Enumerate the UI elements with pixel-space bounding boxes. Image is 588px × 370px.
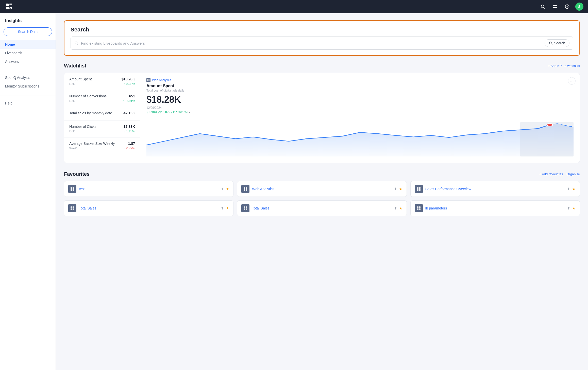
- svg-rect-28: [246, 187, 247, 189]
- watchlist-item-value-4: 1.87: [128, 142, 135, 146]
- watchlist-container: Amount Spent $18.28K DoD ↑ 8.38% Number …: [64, 73, 580, 163]
- sidebar-item-monitor[interactable]: Monitor Subscriptions: [0, 82, 56, 91]
- sidebar-item-spotiq[interactable]: SpotIQ Analysis: [0, 73, 56, 82]
- svg-rect-7: [553, 5, 555, 6]
- watchlist-item-change-4: ↓ 0.77%: [124, 147, 135, 150]
- fav-card-3[interactable]: Total Sales ⬆ ★: [64, 200, 233, 216]
- fav-card-name-0: test: [79, 187, 218, 191]
- logo: [5, 2, 14, 11]
- svg-rect-0: [6, 4, 9, 6]
- svg-point-22: [547, 124, 553, 126]
- fav-card-name-3: Total Sales: [79, 206, 218, 210]
- watchlist-item-3[interactable]: Number of Clicks 17.33K DoD ↑ 5.23%: [64, 120, 140, 137]
- watchlist-item-period-3: DoD: [69, 130, 75, 133]
- chart-svg-container: [146, 117, 574, 158]
- watchlist-header: Watchlist + Add KPI to watchlist: [64, 63, 580, 69]
- watchlist-item-change-3: ↑ 5.23%: [124, 130, 135, 133]
- chart-nav-arrow[interactable]: ›: [189, 111, 190, 114]
- fav-star-icon-0[interactable]: ★: [226, 187, 229, 191]
- topnav-grid-button[interactable]: [551, 3, 559, 11]
- fav-card-actions-0: ⬆ ★: [221, 187, 229, 191]
- svg-rect-18: [149, 79, 150, 80]
- chart-source: Web Analytics: [146, 78, 574, 82]
- main-content: Search Search Watchlist: [56, 13, 588, 370]
- sidebar-search-data-button[interactable]: Search Data: [4, 27, 52, 36]
- fav-share-icon-2[interactable]: ⬆: [567, 187, 570, 191]
- svg-rect-38: [73, 208, 74, 210]
- chart-metric-value: $18.28K: [146, 94, 574, 105]
- svg-line-16: [551, 44, 552, 45]
- favourites-title: Favourites: [64, 171, 90, 177]
- favourites-actions: + Add favourites Organise: [539, 172, 580, 176]
- fav-star-icon-5[interactable]: ★: [572, 206, 576, 210]
- sidebar-item-liveboards[interactable]: Liveboards: [0, 49, 56, 57]
- fav-share-icon-5[interactable]: ⬆: [567, 206, 570, 210]
- fav-card-actions-5: ⬆ ★: [567, 206, 576, 210]
- fav-card-4[interactable]: Total Sales ⬆ ★: [237, 200, 407, 216]
- add-favourites-link[interactable]: + Add favourites: [539, 172, 563, 176]
- fav-card-2[interactable]: Sales Performance Overview ⬆ ★: [410, 181, 580, 197]
- watchlist-title: Watchlist: [64, 63, 86, 69]
- organise-link[interactable]: Organise: [566, 172, 580, 176]
- fav-card-name-2: Sales Performance Overview: [425, 187, 565, 191]
- watchlist-item-value-2: 542.15K: [122, 111, 135, 115]
- fav-card-icon-1: [241, 185, 249, 193]
- topnav-search-button[interactable]: [539, 3, 547, 11]
- sidebar-nav-help: Help: [0, 98, 56, 111]
- add-kpi-link[interactable]: + Add KPI to watchlist: [548, 64, 580, 68]
- favourites-section: Favourites + Add favourites Organise: [64, 171, 580, 216]
- sidebar-nav-secondary: SpotIQ Analysis Monitor Subscriptions: [0, 73, 56, 94]
- watchlist-item-name-2: Total sales by monthly date...: [69, 111, 115, 115]
- search-input[interactable]: [81, 41, 542, 45]
- app-body: Insights Search Data Home Liveboards Ans…: [0, 13, 588, 370]
- fav-star-icon-3[interactable]: ★: [226, 206, 229, 210]
- svg-rect-39: [244, 206, 245, 208]
- svg-rect-25: [71, 189, 72, 191]
- sidebar-nav: Home Liveboards Answers: [0, 40, 56, 69]
- watchlist-item-change-1: ↑ 21.91%: [122, 99, 135, 103]
- svg-rect-41: [244, 208, 245, 210]
- fav-card-1[interactable]: Web Analytics ⬆ ★: [237, 181, 407, 197]
- chart-menu-button[interactable]: ⋯: [568, 77, 576, 85]
- svg-rect-34: [419, 189, 421, 191]
- line-chart-svg: [146, 117, 574, 158]
- fav-share-icon-3[interactable]: ⬆: [221, 206, 224, 210]
- svg-rect-30: [246, 189, 247, 191]
- fav-card-icon-5: [415, 204, 423, 212]
- chart-metric-change-text: ↑ 8.38% ($16.87K) 11/09/2024: [146, 111, 188, 114]
- watchlist-item-2[interactable]: Total sales by monthly date... 542.15K: [64, 107, 140, 120]
- fav-card-actions-1: ⬆ ★: [394, 187, 402, 191]
- sidebar-item-help[interactable]: Help: [0, 99, 56, 108]
- watchlist-item-1[interactable]: Number of Conversions 651 DoD ↑ 21.91%: [64, 90, 140, 107]
- fav-share-icon-1[interactable]: ⬆: [394, 187, 397, 191]
- chart-source-icon: [146, 78, 150, 82]
- fav-card-name-1: Web Analytics: [252, 187, 391, 191]
- svg-rect-21: [520, 122, 574, 156]
- fav-card-0[interactable]: test ⬆ ★: [64, 181, 233, 197]
- search-input-row: Search: [71, 37, 573, 50]
- fav-card-5[interactable]: lb parameters ⬆ ★: [410, 200, 580, 216]
- chart-source-label: Web Analytics: [152, 78, 171, 82]
- fav-star-icon-2[interactable]: ★: [572, 187, 576, 191]
- search-section: Search Search: [64, 20, 580, 56]
- watchlist-item-4[interactable]: Average Basket Size Weekly 1.87 WoW ↓ 0.…: [64, 137, 140, 154]
- fav-star-icon-1[interactable]: ★: [399, 187, 402, 191]
- watchlist-item-name-0: Amount Spent: [69, 77, 92, 81]
- topnav-help-button[interactable]: ?: [563, 3, 571, 11]
- watchlist-item-change-0: ↑ 8.38%: [124, 82, 135, 86]
- svg-point-4: [10, 8, 11, 9]
- topnav-avatar-button[interactable]: S: [575, 3, 583, 11]
- svg-rect-43: [417, 206, 418, 208]
- favourites-grid: test ⬆ ★ Web Anal: [64, 181, 580, 216]
- search-button[interactable]: Search: [545, 39, 569, 47]
- fav-share-icon-0[interactable]: ⬆: [221, 187, 224, 191]
- fav-share-icon-4[interactable]: ⬆: [394, 206, 397, 210]
- sidebar-item-answers[interactable]: Answers: [0, 57, 56, 66]
- sidebar-item-home[interactable]: Home: [0, 40, 56, 49]
- watchlist-item-0[interactable]: Amount Spent $18.28K DoD ↑ 8.38%: [64, 73, 140, 90]
- svg-rect-29: [244, 189, 245, 191]
- sidebar-divider-2: [0, 96, 56, 96]
- svg-rect-42: [246, 208, 247, 210]
- svg-rect-31: [417, 187, 418, 189]
- fav-star-icon-4[interactable]: ★: [399, 206, 402, 210]
